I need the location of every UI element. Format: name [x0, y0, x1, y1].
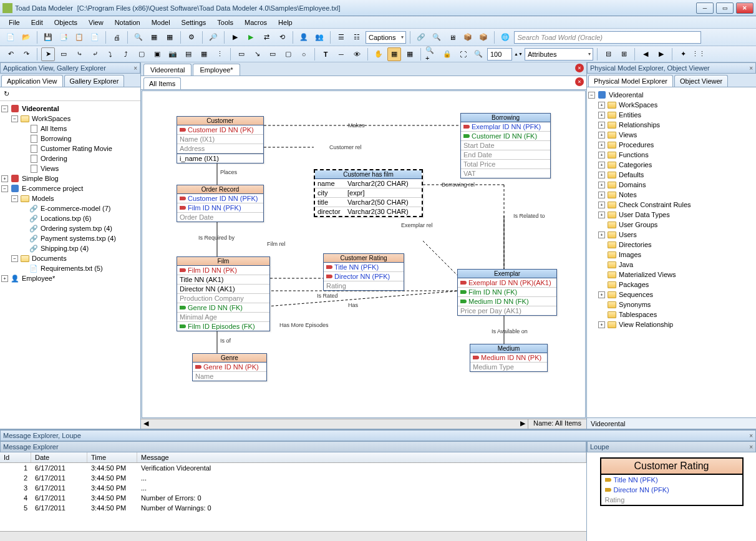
- attributes-combo[interactable]: Attributes: [525, 48, 593, 61]
- redo-icon[interactable]: ↷: [19, 47, 33, 61]
- message-grid[interactable]: Id Date Time Message 16/17/20113:44:50 P…: [0, 452, 586, 531]
- entity-icon[interactable]: ▭: [57, 47, 70, 61]
- tree-item[interactable]: +Views: [588, 130, 755, 140]
- zoomfit-icon[interactable]: ⛶: [456, 47, 470, 61]
- tab-physical-model[interactable]: Physical Model Explorer: [588, 75, 673, 87]
- entity-customer-has-film[interactable]: Customer has film nameVarchar2(20 CHAR) …: [314, 169, 423, 217]
- ellipse-icon[interactable]: ○: [297, 47, 311, 61]
- zoom-icon[interactable]: 🔍: [132, 31, 145, 44]
- line-icon[interactable]: ─: [334, 47, 348, 61]
- expand-icon[interactable]: +: [598, 172, 605, 178]
- tree-item[interactable]: +WorkSpaces: [588, 100, 755, 110]
- align2-icon[interactable]: ⊞: [617, 47, 631, 61]
- grid2-icon[interactable]: ⋮: [213, 47, 226, 61]
- tree-item[interactable]: Ordering: [1, 154, 139, 163]
- message-row[interactable]: 46/17/20113:44:50 PMNumber of Errors: 0: [0, 493, 586, 503]
- captions-combo[interactable]: Captions: [366, 31, 406, 44]
- pointer-icon[interactable]: ➤: [41, 47, 55, 61]
- entity-borrowing[interactable]: Borrowing Exemplar ID NN (PFK) Customer …: [460, 113, 551, 178]
- eye-icon[interactable]: 👁: [350, 47, 364, 61]
- application-tree[interactable]: −Videorental −WorkSpaces All Items Borro…: [0, 101, 140, 429]
- menu-objects[interactable]: Objects: [49, 17, 82, 27]
- saveall-icon[interactable]: 📑: [57, 31, 70, 44]
- tree-item[interactable]: +Domains: [588, 180, 755, 190]
- save-icon[interactable]: 💾: [41, 31, 55, 44]
- close-panel-icon[interactable]: ×: [133, 65, 137, 72]
- message-row[interactable]: 16/17/20113:44:50 PMVerification Videore…: [0, 463, 586, 473]
- expand-icon[interactable]: +: [598, 291, 605, 298]
- world-icon[interactable]: 🌐: [498, 31, 512, 44]
- expand-icon[interactable]: +: [1, 175, 8, 182]
- monitor-icon[interactable]: 🖥: [445, 31, 459, 44]
- expand-icon[interactable]: +: [598, 112, 605, 119]
- tree-item[interactable]: User Groups: [588, 220, 755, 230]
- expand-icon[interactable]: −: [588, 92, 595, 99]
- doctab-employee[interactable]: Employee*: [193, 64, 240, 76]
- tree-item[interactable]: All Items: [1, 124, 139, 134]
- print-icon[interactable]: 🖨: [110, 31, 124, 44]
- sync-icon[interactable]: ⟲: [275, 31, 289, 44]
- tree-item[interactable]: +Categories: [588, 160, 755, 170]
- menu-tools[interactable]: Tools: [212, 17, 238, 27]
- close-panel-icon[interactable]: ×: [749, 432, 753, 439]
- tree-item[interactable]: Synonyms: [588, 300, 755, 309]
- expand-icon[interactable]: −: [1, 105, 8, 112]
- tree-item[interactable]: +Functions: [588, 150, 755, 160]
- tree-item[interactable]: +Notes: [588, 190, 755, 200]
- model-tree[interactable]: −Videorental +WorkSpaces+Entities+Relati…: [587, 87, 756, 417]
- expand-icon[interactable]: +: [598, 232, 605, 238]
- entity-customer-rating[interactable]: Customer Rating Title NN (PFK) Director …: [323, 253, 404, 291]
- tree-item[interactable]: +Relationships: [588, 120, 755, 130]
- expand-icon[interactable]: +: [598, 122, 605, 129]
- menu-macros[interactable]: Macros: [240, 17, 272, 27]
- compare-icon[interactable]: ⇄: [259, 31, 273, 44]
- menu-notation[interactable]: Notation: [110, 17, 145, 27]
- note-icon[interactable]: ▢: [135, 47, 148, 61]
- zoomlock-icon[interactable]: 🔒: [440, 47, 454, 61]
- user-icon[interactable]: 👤: [297, 31, 311, 44]
- select-icon[interactable]: ▦: [387, 47, 401, 61]
- menu-model[interactable]: Model: [147, 17, 175, 27]
- open-icon[interactable]: 📂: [19, 31, 33, 44]
- expand-icon[interactable]: +: [598, 102, 605, 109]
- list2-icon[interactable]: ☷: [350, 31, 364, 44]
- tree-item[interactable]: +Entities: [588, 110, 755, 120]
- tree-item[interactable]: 🔗Shipping.txp (4): [1, 243, 139, 253]
- camera-icon[interactable]: 📷: [166, 47, 180, 61]
- box2-icon[interactable]: 📦: [477, 31, 490, 44]
- entity-genre[interactable]: Genre Genre ID NN (PK) Name: [192, 353, 267, 381]
- rel1-icon[interactable]: ⤷: [72, 47, 86, 61]
- zoom-input[interactable]: [487, 48, 512, 61]
- arrow-icon[interactable]: ↘: [250, 47, 264, 61]
- tree-item[interactable]: Customer Rating Movie: [1, 144, 139, 154]
- users-icon[interactable]: 👥: [313, 31, 326, 44]
- find-icon[interactable]: 🔎: [206, 31, 220, 44]
- layout2-icon[interactable]: ▦: [163, 31, 177, 44]
- zoom-spinner[interactable]: ▲▼: [514, 47, 523, 61]
- tree-item[interactable]: Images: [588, 250, 755, 260]
- rel3-icon[interactable]: ⤵: [104, 47, 117, 61]
- message-row[interactable]: 56/17/20113:44:50 PMNumber of Warnings: …: [0, 503, 586, 513]
- loupe-icon[interactable]: 🔍: [430, 31, 443, 44]
- shape2-icon[interactable]: ▢: [281, 47, 295, 61]
- close-panel-icon[interactable]: ×: [749, 65, 753, 72]
- tree-item[interactable]: +Users: [588, 230, 755, 240]
- expand-icon[interactable]: +: [598, 142, 605, 149]
- close-button[interactable]: ✕: [736, 2, 754, 14]
- diagram-canvas[interactable]: Customer Customer ID NN (PK) Name (IX1) …: [142, 90, 586, 418]
- nav1-icon[interactable]: ◀: [639, 47, 652, 61]
- expand-icon[interactable]: +: [598, 132, 605, 139]
- list-icon[interactable]: ☰: [334, 31, 348, 44]
- shape1-icon[interactable]: ▭: [266, 47, 279, 61]
- menu-file[interactable]: File: [4, 17, 25, 27]
- tree-item[interactable]: 🔗Ordering system.txp (4): [1, 223, 139, 233]
- refresh-icon[interactable]: ↻: [4, 90, 9, 98]
- run-icon[interactable]: ▶: [228, 31, 242, 44]
- entity-order-record[interactable]: Order Record Customer ID NN (PFK) Film I…: [177, 185, 264, 222]
- dots-icon[interactable]: ⋮⋮: [692, 47, 705, 61]
- tab-gallery-explorer[interactable]: Gallery Explorer: [64, 75, 125, 87]
- tree-item[interactable]: +User Data Types: [588, 210, 755, 220]
- message-row[interactable]: 26/17/20113:44:50 PM...: [0, 473, 586, 483]
- expand-icon[interactable]: +: [598, 192, 605, 198]
- tree-item[interactable]: +Defaults: [588, 170, 755, 180]
